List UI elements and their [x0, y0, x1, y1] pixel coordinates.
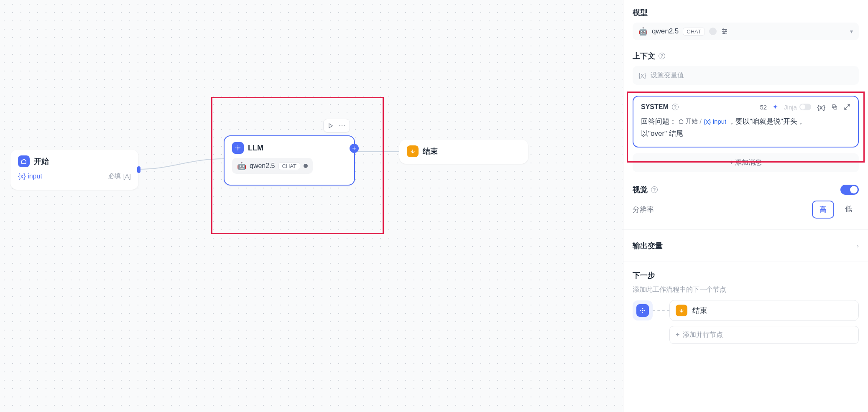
start-output-handle[interactable] [137, 166, 140, 173]
next-subtitle: 添加此工作流程中的下一个节点 [633, 285, 859, 294]
svg-point-17 [640, 310, 641, 311]
add-connection-button[interactable]: + [350, 144, 359, 153]
llm-node[interactable]: ⋯ LLM 🤖 qwen2.5 CHAT + [224, 135, 355, 186]
end-icon [407, 145, 419, 157]
robot-icon: 🤖 [237, 161, 246, 170]
svg-point-2 [237, 145, 238, 146]
resolution-label: 分辨率 [633, 205, 654, 214]
help-icon[interactable]: ? [659, 53, 665, 59]
start-node-title: 开始 [34, 156, 49, 166]
system-prompt-card[interactable]: SYSTEM? 52 ✦ Jinja {x} 回答问题： 开始 / {x} in… [633, 96, 859, 148]
status-dot-icon [304, 164, 308, 168]
llm-icon [232, 142, 244, 154]
svg-marker-0 [329, 123, 332, 128]
start-var-name: input [28, 173, 42, 180]
next-end-node[interactable]: 结束 [669, 300, 859, 321]
model-section-title: 模型 [633, 8, 859, 18]
svg-point-10 [725, 31, 726, 32]
workflow-canvas[interactable]: 开始 {x} input 必填[A] ⋯ LLM 🤖 qwen2.5 CHAT … [0, 0, 623, 412]
home-icon [18, 155, 30, 167]
output-variables-row[interactable]: 输出变量 › [633, 238, 859, 253]
vision-section-title: 视觉 [633, 185, 648, 195]
svg-point-11 [723, 33, 725, 34]
system-prompt-body[interactable]: 回答问题： 开始 / {x} input ，要以"咱就是说"开头， 以"over… [641, 116, 850, 140]
llm-model-chip: 🤖 qwen2.5 CHAT [232, 158, 313, 174]
more-icon[interactable]: ⋯ [339, 122, 345, 130]
context-variable-input[interactable]: {x} 设置变量值 [633, 66, 859, 85]
svg-point-15 [642, 308, 643, 309]
robot-icon: 🤖 [638, 27, 648, 36]
vision-toggle[interactable] [840, 185, 859, 195]
visibility-icon[interactable] [709, 28, 717, 35]
start-node[interactable]: 开始 {x} input 必填[A] [10, 150, 138, 190]
svg-point-9 [722, 29, 724, 30]
svg-point-3 [237, 150, 238, 150]
end-icon [676, 305, 687, 316]
add-parallel-button[interactable]: +添加并行节点 [669, 326, 859, 344]
end-node-title: 结束 [423, 146, 438, 156]
node-action-bar: ⋯ [323, 119, 350, 132]
context-section-title: 上下文 [633, 51, 655, 61]
next-current-node [633, 300, 653, 320]
svg-point-4 [235, 148, 236, 148]
end-node[interactable]: 结束 [399, 140, 528, 164]
llm-node-title: LLM [248, 144, 263, 153]
play-icon[interactable] [328, 123, 334, 129]
copy-icon[interactable] [831, 104, 838, 110]
model-selector[interactable]: 🤖 qwen2.5 CHAT ▾ [633, 23, 859, 40]
svg-point-5 [240, 148, 240, 148]
help-icon[interactable]: ? [672, 104, 679, 110]
expand-icon[interactable] [844, 104, 850, 110]
settings-sliders-icon[interactable] [721, 28, 728, 35]
chevron-down-icon: ▾ [850, 28, 853, 35]
next-section-title: 下一步 [633, 270, 859, 280]
jinja-toggle[interactable]: Jinja [784, 104, 811, 111]
ref-var-chip: {x} input [704, 118, 726, 125]
sparkle-icon[interactable]: ✦ [773, 103, 778, 111]
properties-sidebar: 模型 🤖 qwen2.5 CHAT ▾ 上下文? {x} 设置变量值 SYSTE… [623, 0, 868, 412]
token-count: 52 [760, 104, 767, 111]
chevron-right-icon: › [857, 242, 859, 249]
ref-node-chip: 开始 [679, 116, 698, 127]
resolution-high-button[interactable]: 高 [812, 201, 834, 219]
svg-point-18 [644, 310, 645, 311]
insert-variable-icon[interactable]: {x} [817, 104, 825, 111]
resolution-low-button[interactable]: 低 [838, 201, 859, 219]
svg-point-16 [642, 312, 643, 313]
svg-point-14 [642, 310, 643, 311]
help-icon[interactable]: ? [651, 186, 658, 193]
svg-point-1 [237, 147, 239, 149]
